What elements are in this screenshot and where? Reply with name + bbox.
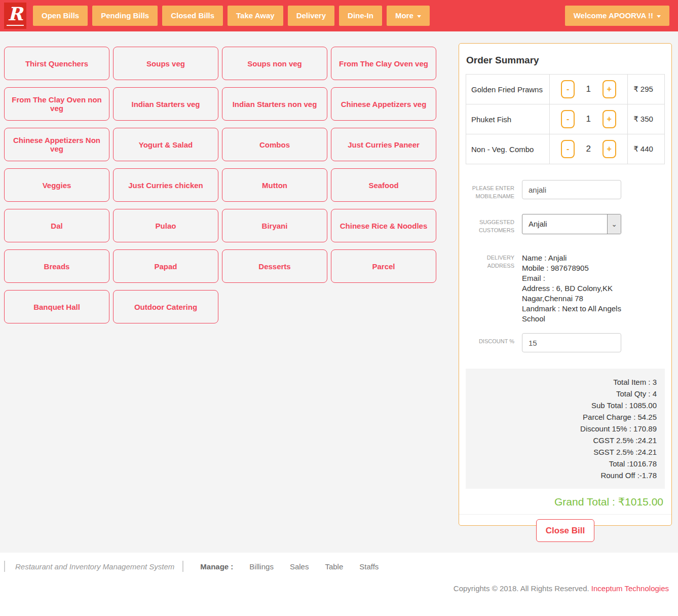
qty-decrement-button[interactable]: - (561, 110, 575, 128)
category-combos[interactable]: Combos (222, 128, 327, 161)
nav-delivery-button[interactable]: Delivery (288, 6, 334, 26)
order-item-row: Golden Fried Prawns - 1 + ₹ 295 (466, 75, 665, 104)
item-price: ₹ 350 (628, 104, 665, 134)
copyright-text: Copyrights © 2018. All Rights Reserved. (454, 584, 589, 593)
category-parcel[interactable]: Parcel (331, 249, 436, 283)
qty-increment-button[interactable]: + (602, 110, 616, 128)
divider (4, 561, 5, 572)
nav-open-bills-button[interactable]: Open Bills (33, 6, 88, 26)
category-from-the-clay-oven-non-veg[interactable]: From The Clay Oven non veg (4, 87, 109, 121)
address-name-line: Name : Anjali (522, 253, 623, 263)
item-price-value: 350 (641, 115, 653, 123)
delivery-address-label: DELIVERY ADDRESS (466, 249, 514, 270)
discount-line: Discount 15% : 170.89 (474, 423, 657, 434)
category-grid: Thirst Quenchers Soups veg Soups non veg… (4, 47, 437, 323)
category-biryani[interactable]: Biryani (222, 209, 327, 242)
bill-totals-box: Total Item : 3 Total Qty : 4 Sub Total :… (466, 369, 665, 489)
item-name: Non - Veg. Combo (466, 134, 550, 164)
footer-link-sales[interactable]: Sales (290, 562, 309, 571)
nav-menu: Open Bills Pending Bills Closed Bills Ta… (33, 6, 430, 26)
order-form: PLEASE ENTER MOBILE/NAME SUGGESTED CUSTO… (459, 180, 671, 352)
total-line: Total :1016.78 (474, 458, 657, 469)
grand-total-value: 1015.00 (625, 496, 663, 508)
order-item-row: Phuket Fish - 1 + ₹ 350 (466, 104, 665, 134)
category-veggies[interactable]: Veggies (4, 168, 109, 202)
item-quantity: 1 (586, 84, 591, 94)
selected-customer-value: Anjali (522, 214, 607, 234)
qty-increment-button[interactable]: + (602, 80, 616, 98)
parcel-charge-line: Parcel Charge : 54.25 (474, 411, 657, 423)
rupee-icon: ₹ (633, 144, 638, 153)
category-just-curries-chicken[interactable]: Just Curries chicken (113, 168, 218, 202)
rupee-icon: ₹ (618, 496, 625, 508)
qty-decrement-button[interactable]: - (561, 140, 575, 158)
rupee-icon: ₹ (633, 115, 638, 123)
category-just-curries-paneer[interactable]: Just Curries Paneer (331, 128, 436, 161)
caret-down-icon (417, 15, 421, 18)
sgst-line: SGST 2.5% :24.21 (474, 446, 657, 458)
category-chinese-appetizers-veg[interactable]: Chinese Appetizers veg (331, 87, 436, 121)
discount-percent-label: DISCOUNT % (466, 333, 514, 345)
address-email-line: Email : (522, 273, 623, 283)
category-indian-starters-non-veg[interactable]: Indian Starters non veg (222, 87, 327, 121)
order-summary-title: Order Summary (459, 51, 671, 66)
category-soups-non-veg[interactable]: Soups non veg (222, 47, 327, 80)
item-quantity: 1 (586, 114, 591, 124)
category-breads[interactable]: Breads (4, 249, 109, 283)
category-pulao[interactable]: Pulao (113, 209, 218, 242)
sub-total-line: Sub Total : 1085.00 (474, 400, 657, 411)
category-mutton[interactable]: Mutton (222, 168, 327, 202)
footer-link-billings[interactable]: Billings (249, 562, 274, 571)
order-summary-panel: Order Summary Golden Fried Prawns - 1 + … (459, 43, 672, 526)
rupee-icon: ₹ (633, 85, 638, 93)
address-landmark-line: Landmark : Next to All Angels School (522, 304, 623, 324)
order-item-row: Non - Veg. Combo - 2 + ₹ 440 (466, 134, 665, 164)
navbar: R Open Bills Pending Bills Closed Bills … (0, 0, 678, 31)
grand-total-label: Grand Total : (554, 496, 618, 508)
suggested-customers-select[interactable]: Anjali ⌄ (522, 214, 621, 234)
category-soups-veg[interactable]: Soups veg (113, 47, 218, 80)
item-price-value: 295 (641, 85, 653, 93)
nav-more-dropdown-button[interactable]: More (387, 6, 430, 26)
category-outdoor-catering[interactable]: Outdoor Catering (113, 290, 218, 323)
logo-subtext-line (7, 25, 24, 26)
cgst-line: CGST 2.5% :24.21 (474, 434, 657, 446)
category-indian-starters-veg[interactable]: Indian Starters veg (113, 87, 218, 121)
footer-brand-text: Restaurant and Inventory Management Syst… (15, 562, 174, 571)
footer-manage-label: Manage : (200, 562, 233, 571)
welcome-user-label: Welcome APOORVA !! (574, 11, 653, 20)
close-bill-button[interactable]: Close Bill (536, 519, 594, 542)
item-price: ₹ 440 (628, 134, 665, 164)
inceptum-technologies-link[interactable]: Inceptum Technologies (591, 584, 669, 593)
footer-link-table[interactable]: Table (325, 562, 343, 571)
round-off-line: Round Off :-1.78 (474, 469, 657, 481)
category-seafood[interactable]: Seafood (331, 168, 436, 202)
nav-closed-bills-button[interactable]: Closed Bills (162, 6, 223, 26)
order-items-table: Golden Fried Prawns - 1 + ₹ 295 Phuket F… (466, 74, 665, 164)
discount-percent-input[interactable] (522, 333, 621, 352)
nav-pending-bills-button[interactable]: Pending Bills (92, 6, 158, 26)
nav-take-away-button[interactable]: Take Away (228, 6, 283, 26)
qty-increment-button[interactable]: + (602, 140, 616, 158)
app-logo[interactable]: R (4, 3, 26, 29)
mobile-name-input[interactable] (522, 180, 621, 199)
item-name: Golden Fried Prawns (466, 75, 550, 104)
welcome-user-dropdown-button[interactable]: Welcome APOORVA !! (565, 6, 669, 26)
category-papad[interactable]: Papad (113, 249, 218, 283)
logo-letter: R (4, 3, 26, 25)
total-qty-line: Total Qty : 4 (474, 388, 657, 400)
category-desserts[interactable]: Desserts (222, 249, 327, 283)
category-dal[interactable]: Dal (4, 209, 109, 242)
qty-decrement-button[interactable]: - (561, 80, 575, 98)
footer-link-staffs[interactable]: Staffs (359, 562, 379, 571)
footer: Restaurant and Inventory Management Syst… (0, 553, 678, 616)
nav-dine-in-button[interactable]: Dine-In (339, 6, 382, 26)
category-chinese-appetizers-non-veg[interactable]: Chinese Appetizers Non veg (4, 128, 109, 161)
category-from-the-clay-oven-veg[interactable]: From The Clay Oven veg (331, 47, 436, 80)
address-mobile-line: Mobile : 987678905 (522, 263, 623, 273)
category-banquet-hall[interactable]: Banquet Hall (4, 290, 109, 323)
category-thirst-quenchers[interactable]: Thirst Quenchers (4, 47, 109, 80)
item-price: ₹ 295 (628, 75, 665, 104)
category-chinese-rice-noodles[interactable]: Chinese Rice & Noodles (331, 209, 436, 242)
category-yogurt-salad[interactable]: Yogurt & Salad (113, 128, 218, 161)
